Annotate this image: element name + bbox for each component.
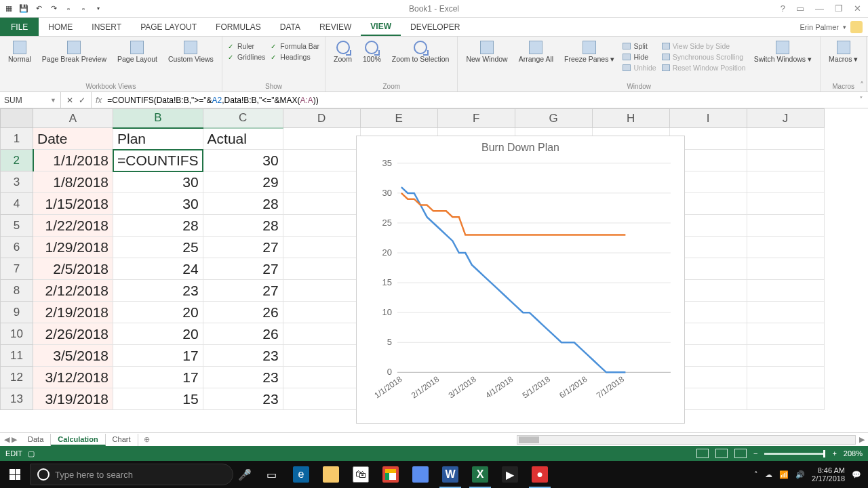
- tab-view[interactable]: VIEW: [361, 18, 401, 36]
- cell-A13[interactable]: 3/19/2018: [33, 388, 113, 410]
- restore-icon[interactable]: ❐: [835, 3, 843, 14]
- row-header-2[interactable]: 2: [1, 150, 33, 171]
- tray-network-icon[interactable]: 📶: [779, 470, 789, 479]
- cell-C5[interactable]: 28: [203, 215, 283, 237]
- cancel-formula-icon[interactable]: ✕: [66, 96, 73, 105]
- new-window-button[interactable]: New Window: [463, 39, 510, 65]
- cell-D11[interactable]: [283, 345, 360, 367]
- freeze-panes-button[interactable]: Freeze Panes ▾: [561, 39, 617, 65]
- redo-icon[interactable]: ↷: [49, 4, 58, 14]
- cell-C11[interactable]: 23: [203, 345, 283, 367]
- close-icon[interactable]: ✕: [854, 3, 861, 14]
- zoom-button[interactable]: Zoom: [331, 39, 355, 65]
- unhide-button[interactable]: Unhide: [623, 64, 656, 72]
- cell-C3[interactable]: 29: [203, 171, 283, 193]
- normal-view-button[interactable]: Normal: [5, 39, 34, 65]
- select-all-corner[interactable]: [1, 109, 33, 128]
- cell-D6[interactable]: [283, 237, 360, 258]
- row-header-5[interactable]: 5: [1, 215, 33, 237]
- qat-icon[interactable]: ▫: [79, 4, 88, 14]
- cell-A2[interactable]: 1/1/2018: [33, 150, 113, 171]
- help-icon[interactable]: ?: [781, 3, 785, 14]
- cell-D13[interactable]: [283, 388, 360, 410]
- column-header-F[interactable]: F: [437, 109, 515, 128]
- cell-D5[interactable]: [283, 215, 360, 237]
- chevron-down-icon[interactable]: ▼: [50, 97, 56, 104]
- tab-page-layout[interactable]: PAGE LAYOUT: [131, 18, 206, 36]
- tab-developer[interactable]: DEVELOPER: [401, 18, 469, 36]
- name-box[interactable]: SUM ▼: [0, 92, 61, 108]
- cell-A11[interactable]: 3/5/2018: [33, 345, 113, 367]
- cell-C2[interactable]: 30: [203, 150, 283, 171]
- horizontal-scrollbar[interactable]: [517, 435, 856, 445]
- cell-J10[interactable]: [747, 323, 824, 345]
- zoom-in-icon[interactable]: +: [832, 449, 836, 458]
- cell-D3[interactable]: [283, 171, 360, 193]
- tray-notifications-icon[interactable]: 💬: [852, 470, 861, 479]
- ribbon-display-icon[interactable]: ▭: [796, 3, 804, 14]
- taskbar-edge[interactable]: e: [286, 461, 316, 488]
- page-break-view-icon[interactable]: [734, 449, 747, 458]
- cell-J6[interactable]: [747, 237, 824, 258]
- column-header-A[interactable]: A: [33, 109, 113, 128]
- cell-J1[interactable]: [747, 128, 824, 150]
- taskbar-app-play[interactable]: ▶: [495, 461, 525, 488]
- cell-B2[interactable]: =COUNTIFS: [113, 150, 203, 171]
- tray-onedrive-icon[interactable]: ☁: [765, 470, 772, 479]
- column-header-E[interactable]: E: [360, 109, 437, 128]
- cell-A9[interactable]: 2/19/2018: [33, 302, 113, 323]
- cell-D1[interactable]: [283, 128, 360, 150]
- gridlines-checkbox[interactable]: Gridlines: [228, 53, 265, 61]
- cell-D10[interactable]: [283, 323, 360, 345]
- taskbar-store[interactable]: 🛍: [346, 461, 376, 488]
- cell-C4[interactable]: 28: [203, 193, 283, 215]
- taskbar-chrome[interactable]: [376, 461, 406, 488]
- view-side-by-side-button[interactable]: View Side by Side: [662, 42, 746, 50]
- cell-J13[interactable]: [747, 388, 824, 410]
- cell-B8[interactable]: 23: [113, 280, 203, 302]
- formula-bar-checkbox[interactable]: Formula Bar: [271, 42, 319, 50]
- column-header-J[interactable]: J: [747, 109, 824, 128]
- row-header-12[interactable]: 12: [1, 367, 33, 388]
- cell-C6[interactable]: 27: [203, 237, 283, 258]
- task-view-button[interactable]: ▭: [256, 461, 286, 488]
- cell-D8[interactable]: [283, 280, 360, 302]
- row-header-11[interactable]: 11: [1, 345, 33, 367]
- page-layout-view-icon[interactable]: [715, 449, 728, 458]
- formula-bar[interactable]: fx =COUNTIFS(Data!B:B,">="&A2,Data!B:B,"…: [92, 92, 854, 108]
- tab-formulas[interactable]: FORMULAS: [206, 18, 271, 36]
- hide-button[interactable]: Hide: [623, 53, 656, 61]
- page-break-preview-button[interactable]: Page Break Preview: [39, 39, 109, 65]
- cell-A10[interactable]: 2/26/2018: [33, 323, 113, 345]
- cell-J4[interactable]: [747, 193, 824, 215]
- arrange-all-button[interactable]: Arrange All: [516, 39, 556, 65]
- cell-B11[interactable]: 17: [113, 345, 203, 367]
- cell-B1[interactable]: Plan: [113, 128, 203, 150]
- start-button[interactable]: [0, 469, 30, 480]
- tray-clock[interactable]: 8:46 AM 2/17/2018: [812, 466, 845, 483]
- collapse-ribbon-icon[interactable]: ˄: [860, 81, 864, 90]
- column-header-B[interactable]: B: [113, 109, 203, 128]
- tab-data[interactable]: DATA: [271, 18, 310, 36]
- mic-icon[interactable]: 🎤: [233, 468, 256, 481]
- add-sheet-button[interactable]: ⊕: [138, 435, 155, 444]
- row-header-4[interactable]: 4: [1, 193, 33, 215]
- taskbar-app[interactable]: [406, 461, 435, 488]
- column-header-I[interactable]: I: [669, 109, 747, 128]
- cell-J3[interactable]: [747, 171, 824, 193]
- zoom-100-button[interactable]: 100%: [360, 39, 384, 65]
- row-header-10[interactable]: 10: [1, 323, 33, 345]
- cell-B9[interactable]: 20: [113, 302, 203, 323]
- tab-insert[interactable]: INSERT: [82, 18, 131, 36]
- switch-windows-button[interactable]: Switch Windows ▾: [751, 39, 814, 65]
- cell-A1[interactable]: Date: [33, 128, 113, 150]
- headings-checkbox[interactable]: Headings: [271, 53, 319, 61]
- cell-B12[interactable]: 17: [113, 367, 203, 388]
- undo-icon[interactable]: ↶: [34, 4, 43, 14]
- taskbar-search[interactable]: Type here to search: [30, 464, 233, 485]
- cell-A12[interactable]: 3/12/2018: [33, 367, 113, 388]
- taskbar-word[interactable]: W: [435, 461, 465, 488]
- qat-more-icon[interactable]: ▾: [94, 4, 103, 14]
- cell-C13[interactable]: 23: [203, 388, 283, 410]
- qat-icon[interactable]: ▫: [64, 4, 73, 14]
